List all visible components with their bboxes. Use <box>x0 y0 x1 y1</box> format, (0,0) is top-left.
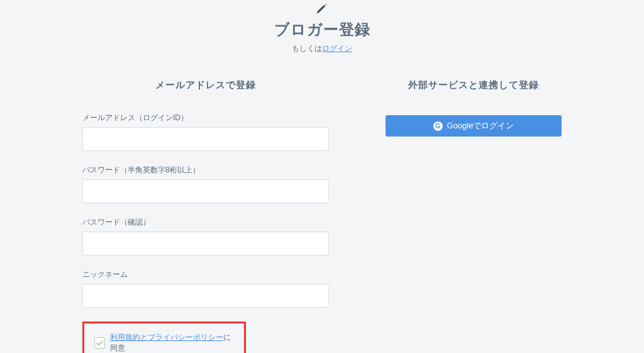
google-login-button[interactable]: G Googleでログイン <box>386 115 562 137</box>
google-icon: G <box>433 121 443 131</box>
pen-icon <box>315 1 329 17</box>
password-label: パスワード（半角英数字8桁以上） <box>82 165 329 176</box>
agree-text: 利用規約とプライバシーポリシーに同意 <box>110 332 234 353</box>
agree-checkbox[interactable] <box>94 337 105 349</box>
agree-highlight-box: 利用規約とプライバシーポリシーに同意 <box>82 322 246 353</box>
sub-prefix: もしくは <box>292 44 322 53</box>
google-label: Googleでログイン <box>447 120 514 132</box>
password-field[interactable] <box>82 179 329 203</box>
password-confirm-field[interactable] <box>82 232 329 255</box>
email-label: メールアドレス（ログインID） <box>82 113 329 123</box>
login-link[interactable]: ログイン <box>322 44 352 53</box>
terms-link[interactable]: 利用規約とプライバシーポリシー <box>110 333 223 342</box>
external-register-title: 外部サービスと連携して登録 <box>386 79 562 91</box>
sub-login-line: もしくはログイン <box>0 43 644 54</box>
email-register-title: メールアドレスで登録 <box>82 79 329 91</box>
page-title: ブロガー登録 <box>0 20 644 40</box>
email-field[interactable] <box>82 127 329 151</box>
password-confirm-label: パスワード（確認） <box>82 217 329 228</box>
nickname-field[interactable] <box>82 284 329 308</box>
nickname-label: ニックネーム <box>82 269 329 280</box>
